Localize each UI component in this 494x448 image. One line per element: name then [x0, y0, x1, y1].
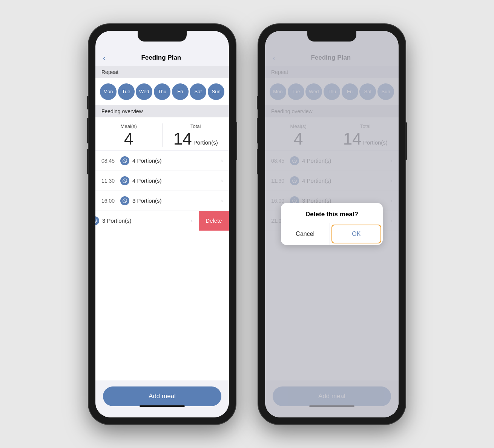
- total-unit-1: Portion(s): [192, 139, 218, 146]
- meal-portions-3: 3 Portion(s): [132, 197, 221, 204]
- back-button-1[interactable]: ‹: [103, 54, 109, 62]
- clock-icon-4: [95, 216, 99, 225]
- dialog-title: Delete this meal?: [281, 203, 383, 223]
- meal-portions-1: 4 Portion(s): [132, 157, 221, 164]
- meal-portions-4: 3 Portion(s): [102, 217, 191, 224]
- delete-button-1[interactable]: Delete: [199, 211, 229, 231]
- day-thu-1[interactable]: Thu: [154, 83, 170, 100]
- repeat-header-1: Repeat: [95, 66, 229, 78]
- meal-time-2: 11:30: [101, 178, 117, 184]
- phone-2: ‹ Feeding Plan Repeat Mon Tue Wed Thu Fr…: [258, 24, 405, 424]
- volume-down-button: [87, 149, 89, 174]
- total-value-1: 14 Portion(s): [173, 131, 218, 147]
- meal-time-3: 16:00: [101, 198, 117, 204]
- day-fri-1[interactable]: Fri: [172, 83, 189, 100]
- meal-item-1[interactable]: 08:45 4 Portion(s) ›: [95, 151, 229, 171]
- meal-portions-2: 4 Portion(s): [132, 177, 221, 184]
- dialog-cancel-button[interactable]: Cancel: [281, 223, 330, 245]
- power-button: [236, 122, 237, 160]
- phone-screen-1: ‹ Feeding Plan Repeat Mon Tue Wed Thu Fr…: [95, 31, 229, 417]
- nav-bar-1: ‹ Feeding Plan: [95, 50, 229, 66]
- add-meal-button-1[interactable]: Add meal: [103, 386, 221, 406]
- power-button-2: [405, 122, 407, 160]
- meal-item-3[interactable]: 16:00 3 Portion(s) ›: [95, 191, 229, 211]
- meals-count-1: 4: [124, 131, 133, 147]
- day-sun-1[interactable]: Sun: [208, 83, 224, 100]
- meal-arrow-2: ›: [221, 177, 223, 184]
- meals-stat-1: Meal(s) 4: [95, 123, 162, 147]
- meal-arrow-1: ›: [221, 157, 223, 164]
- screen-content-1: ‹ Feeding Plan Repeat Mon Tue Wed Thu Fr…: [95, 31, 229, 417]
- meal-time-1: 08:45: [101, 158, 117, 164]
- meal-item-2[interactable]: 11:30 4 Portion(s) ›: [95, 171, 229, 191]
- feeding-overview-header-1: Feeding overview: [95, 105, 229, 117]
- dialog-buttons: Cancel OK: [281, 223, 383, 245]
- dialog-overlay: Delete this meal? Cancel OK: [265, 31, 399, 417]
- total-number-1: 14: [173, 129, 192, 148]
- clock-icon-1: [120, 156, 129, 165]
- meal-list-1: 08:45 4 Portion(s) › 11:30 4 Portion(s) …: [95, 151, 229, 380]
- clock-icon-2: [120, 176, 129, 185]
- page-title-1: Feeding Plan: [109, 54, 214, 62]
- volume-up-button: [87, 118, 89, 143]
- dialog-box: Delete this meal? Cancel OK: [281, 203, 383, 245]
- day-wed-1[interactable]: Wed: [136, 83, 152, 100]
- day-sat-1[interactable]: Sat: [190, 83, 206, 100]
- bottom-area-1: Add meal: [95, 380, 229, 417]
- days-row-1: Mon Tue Wed Thu Fri Sat Sun: [95, 78, 229, 105]
- dialog-ok-button[interactable]: OK: [331, 225, 382, 243]
- phone-1: ‹ Feeding Plan Repeat Mon Tue Wed Thu Fr…: [89, 24, 236, 424]
- day-mon-1[interactable]: Mon: [100, 83, 117, 100]
- meals-label-1: Meal(s): [121, 123, 137, 129]
- total-label-1: Total: [190, 123, 201, 129]
- notch-1: [138, 31, 187, 42]
- meal-item-swipe-4: 3 Portion(s) › Delete: [95, 211, 229, 231]
- total-stat-1: Total 14 Portion(s): [162, 123, 229, 147]
- clock-icon-3: [120, 196, 129, 205]
- volume-down-button-2: [257, 149, 258, 174]
- phone-screen-2: ‹ Feeding Plan Repeat Mon Tue Wed Thu Fr…: [265, 31, 399, 417]
- silent-switch-2: [257, 96, 258, 109]
- home-indicator-1: [140, 405, 185, 407]
- notch-2: [307, 31, 356, 42]
- day-tue-1[interactable]: Tue: [118, 83, 135, 100]
- meal-arrow-3: ›: [221, 197, 223, 204]
- stats-row-1: Meal(s) 4 Total 14 Portion(s): [95, 117, 229, 150]
- meal-item-4[interactable]: 3 Portion(s) ›: [95, 211, 199, 231]
- meal-arrow-4: ›: [191, 217, 193, 224]
- volume-up-button-2: [257, 118, 258, 143]
- silent-switch: [87, 96, 89, 109]
